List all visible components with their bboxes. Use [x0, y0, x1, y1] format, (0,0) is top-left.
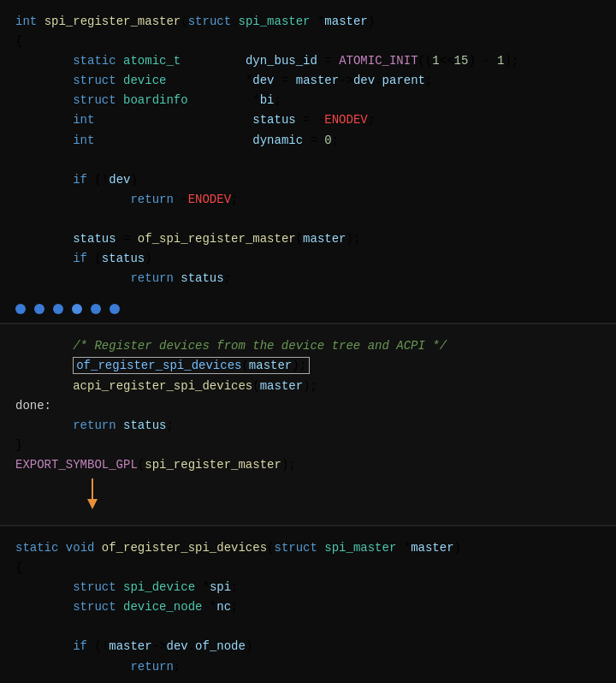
svg-marker-1 [87, 499, 98, 509]
code-line: struct device *dev = master->dev.parent; [15, 71, 601, 91]
code-line: int status = -ENODEV; [15, 110, 601, 130]
code-line: EXPORT_SYMBOL_GPL(spi_register_master); [15, 455, 601, 475]
code-line: { [15, 32, 601, 51]
code-line [15, 151, 601, 170]
code-line: { [15, 558, 601, 578]
code-line: if (!dev) [15, 170, 601, 190]
dot-1[interactable] [15, 304, 26, 314]
dot-6[interactable] [110, 304, 120, 314]
code-line [15, 210, 601, 229]
code-line: done: [15, 396, 601, 416]
dot-5[interactable] [91, 304, 101, 314]
code-line: if (!master->dev.of_node) [15, 637, 601, 656]
dot-3[interactable] [53, 304, 63, 314]
code-panel-1: int spi_register_master(struct spi_maste… [0, 0, 616, 297]
code-line: struct device_node *nc; [15, 597, 601, 617]
code-line: static void of_register_spi_devices(stru… [15, 538, 601, 558]
code-line: static atomic_t dyn_bus_id = ATOMIC_INIT… [15, 51, 601, 71]
code-line: acpi_register_spi_devices(master); [15, 377, 601, 396]
arrow-indicator [15, 475, 601, 516]
code-line: struct boardinfo *bi; [15, 91, 601, 110]
code-line [15, 617, 601, 637]
code-line: } [15, 436, 601, 455]
highlighted-call-line: of_register_spi_devices(master); [15, 356, 601, 376]
code-panel-3: static void of_register_spi_devices(stru… [0, 525, 616, 683]
code-line: struct spi_device *spi; [15, 578, 601, 597]
code-line: status = of_spi_register_master(master); [15, 229, 601, 249]
code-line: return -ENODEV; [15, 190, 601, 210]
comment-line: /* Register devices from the device tree… [15, 336, 601, 356]
arrow-svg [84, 478, 135, 513]
pagination-dots [0, 297, 616, 323]
code-line: if (status) [15, 249, 601, 269]
code-line [15, 677, 601, 683]
dot-4[interactable] [72, 304, 82, 314]
code-line: return; [15, 657, 601, 677]
code-line: int spi_register_master(struct spi_maste… [15, 12, 601, 32]
code-line: return status; [15, 416, 601, 436]
dot-2[interactable] [34, 304, 44, 314]
code-line: int dynamic = 0; [15, 131, 601, 151]
code-line: return status; [15, 269, 601, 288]
code-panel-2: /* Register devices from the device tree… [0, 323, 616, 525]
